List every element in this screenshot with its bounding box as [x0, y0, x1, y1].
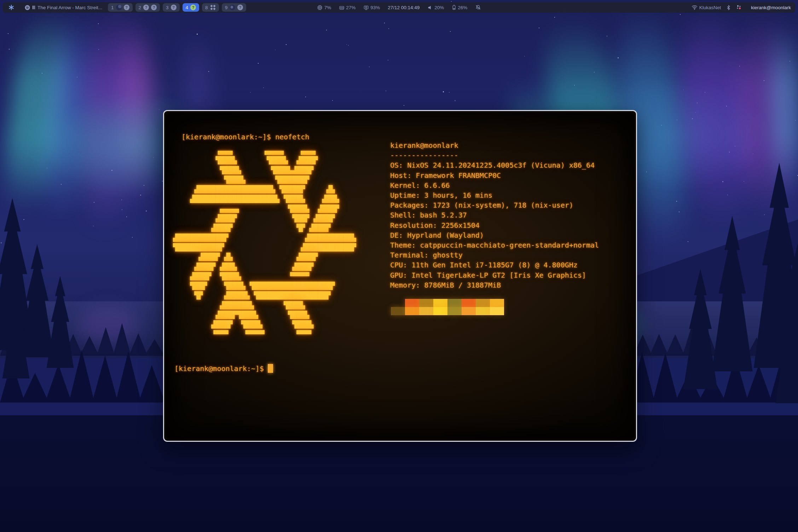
pause-icon — [33, 6, 35, 9]
star — [607, 36, 607, 36]
shell-prompt-2: [kierank@moonlark:~]$ — [174, 364, 264, 373]
star — [23, 219, 24, 220]
workspace-2[interactable]: 2?? — [135, 3, 160, 12]
star — [286, 44, 287, 45]
palette-block — [462, 307, 476, 315]
app-question-icon: ? — [237, 5, 243, 10]
workspace-1[interactable]: 1? — [108, 3, 133, 12]
workspace-4[interactable]: 4? — [183, 3, 200, 12]
star — [348, 45, 349, 46]
media-title: The Final Arrow - Marc Streit... — [37, 5, 102, 10]
star — [8, 33, 8, 34]
star — [305, 97, 306, 97]
star — [250, 92, 251, 93]
workspace-number: 4 — [186, 5, 189, 10]
palette-block — [490, 307, 504, 315]
app-question-icon: ? — [151, 5, 157, 10]
palette-block — [447, 307, 462, 315]
star — [386, 91, 386, 91]
workspaces: 1?2??3?4?89? — [108, 3, 246, 12]
clock-module[interactable]: 27/12 00:14:49 — [388, 5, 420, 10]
palette-block — [433, 299, 447, 307]
star — [369, 66, 370, 67]
star — [346, 44, 347, 45]
neofetch-line: Terminal: ghostty — [390, 250, 599, 260]
neofetch-title: kierank@moonlark — [390, 140, 599, 150]
palette-block — [462, 299, 476, 307]
palette-block — [447, 299, 462, 307]
workspace-number: 9 — [225, 5, 228, 10]
palette-block — [391, 307, 405, 315]
neofetch-line: DE: Hyprland (Wayland) — [390, 230, 599, 240]
star — [388, 28, 389, 29]
workspace-number: 2 — [139, 5, 141, 10]
speaker-icon — [427, 5, 433, 10]
center-modules: 7% 27% 93% 27/12 00:14:49 — [317, 5, 481, 10]
username-label: kierank@moonlark — [751, 5, 791, 10]
idle-inhibitor-module[interactable] — [475, 5, 481, 10]
media-module[interactable]: The Final Arrow - Marc Streit... — [25, 5, 102, 10]
tray-app-icon[interactable] — [736, 5, 742, 10]
star — [680, 14, 681, 15]
terminal-cursor — [268, 364, 273, 373]
cpu-icon — [317, 5, 323, 10]
neofetch-separator: ---------------- — [390, 150, 599, 160]
memory-icon — [339, 5, 344, 10]
volume-module[interactable]: 20% — [427, 5, 444, 10]
palette-block — [419, 307, 433, 315]
shell-prompt: [kierank@moonlark:~]$ — [181, 133, 271, 141]
prompt-line-2: [kierank@moonlark:~]$ — [174, 364, 273, 373]
star — [443, 91, 444, 92]
app-question-icon: ? — [124, 5, 129, 10]
neofetch-line: Packages: 1723 (nix-system), 718 (nix-us… — [390, 200, 599, 210]
app-question-icon: ? — [171, 5, 177, 10]
puzzle-app-icon — [210, 5, 216, 10]
star — [332, 100, 333, 101]
palette-block — [405, 307, 419, 315]
bluetooth-module[interactable] — [727, 5, 730, 10]
memory-module: 27% — [339, 5, 355, 10]
bell-slash-icon — [475, 5, 481, 10]
workspace-number: 1 — [111, 5, 114, 10]
neofetch-line: Kernel: 6.6.66 — [390, 180, 599, 190]
palette-block — [433, 307, 447, 315]
nix-menu-button[interactable] — [7, 5, 16, 10]
star — [554, 17, 555, 18]
workspace-3[interactable]: 3? — [163, 3, 180, 12]
right-modules: KlukasNet kierank@moonlark — [692, 5, 791, 10]
volume-value: 20% — [434, 5, 444, 10]
network-module[interactable]: KlukasNet — [692, 5, 721, 10]
brightness-value: 93% — [370, 5, 380, 10]
star — [275, 50, 276, 50]
star — [388, 60, 388, 60]
star — [1, 242, 2, 243]
star — [449, 92, 450, 93]
workspace-number: 3 — [166, 5, 169, 10]
nixos-ascii-logo: ▗▄▄▄ ▗▄▄▄▄ ▄▄▄▖ ▜███▙ ▜███▙ ▟███▛ ▜███▙ … — [173, 146, 356, 339]
palette-block — [476, 299, 490, 307]
neofetch-info: kierank@moonlark----------------OS: NixO… — [390, 140, 599, 290]
star — [126, 216, 127, 217]
star — [93, 226, 94, 226]
star — [258, 63, 259, 64]
spotify-icon — [25, 5, 30, 10]
flake-dots-icon — [736, 5, 742, 10]
neofetch-line: Resolution: 798x532 — [390, 220, 599, 230]
brightness-module: 93% — [363, 5, 380, 10]
star — [524, 56, 525, 57]
app-icon — [230, 5, 235, 10]
star — [384, 23, 385, 23]
palette-block — [391, 299, 405, 307]
neofetch-line: OS: NixOS 24.11.20241225.4005c3f (Vicuna… — [390, 160, 599, 170]
star — [688, 241, 688, 242]
status-bar: The Final Arrow - Marc Streit... 1?2??3?… — [3, 2, 795, 13]
workspace-8[interactable]: 8 — [202, 3, 219, 12]
terminal-window[interactable]: [kierank@moonlark:~]$ neofetch ▗▄▄▄ ▗▄▄▄… — [163, 110, 637, 442]
neofetch-line: Theme: catppuccin-macchiato-green-standa… — [390, 240, 599, 250]
star — [450, 31, 451, 32]
neofetch-line: Host: Framework FRANBMCP0C — [390, 170, 599, 180]
nix-snowflake-icon — [8, 5, 14, 10]
star — [263, 87, 264, 88]
workspace-9[interactable]: 9? — [222, 3, 247, 12]
typed-command: neofetch — [275, 133, 309, 141]
